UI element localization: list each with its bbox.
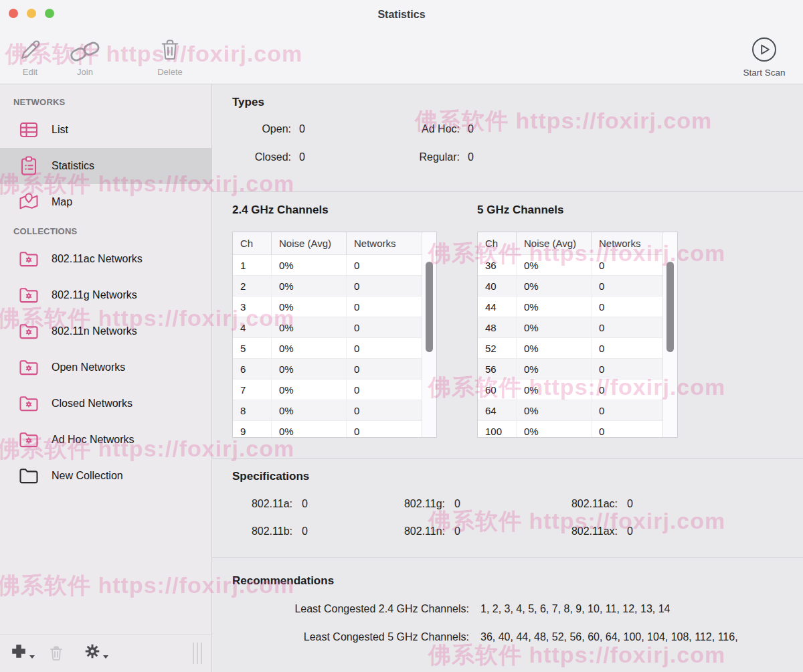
channels-24-column-ch[interactable]: Ch <box>233 232 272 254</box>
channels-24-row: 80%0 <box>233 400 436 421</box>
clipboard-icon <box>17 155 40 177</box>
table-cell: 44 <box>478 297 517 317</box>
smart-folder-icon <box>17 428 40 451</box>
channels-5-header-row: ChNoise (Avg)Networks <box>478 232 677 255</box>
stat-value: 0 <box>299 123 406 135</box>
table-cell: 64 <box>478 400 517 420</box>
actions-menu-button[interactable] <box>83 642 108 661</box>
sidebar-item-map[interactable]: Map <box>0 184 211 220</box>
start-scan-label: Start Scan <box>743 68 785 78</box>
scrollbar-thumb[interactable] <box>666 262 674 352</box>
channels-5-row: 640%0 <box>478 400 677 421</box>
link-icon <box>69 31 101 63</box>
zoom-window-button[interactable] <box>45 9 54 18</box>
channels-24-row: 70%0 <box>233 380 436 400</box>
sidebar-item-label: Closed Networks <box>52 398 132 410</box>
sidebar-item-closed-networks[interactable]: Closed Networks <box>0 386 211 422</box>
specifications-section: Specifications 802.11a:0802.11g:0802.11a… <box>212 459 803 558</box>
stat-label: 802.11a: <box>232 498 292 510</box>
sidebar-item-list[interactable]: List <box>0 112 211 148</box>
channels-24-row: 30%0 <box>233 297 436 317</box>
recommendation-value: 36, 40, 44, 48, 52, 56, 60, 64, 100, 104… <box>480 631 738 643</box>
sidebar-nav: NETWORKSListStatisticsMapCOLLECTIONS802.… <box>0 84 211 635</box>
channels-24-body: 10%020%030%040%050%060%070%080%090%0 <box>233 255 436 437</box>
table-icon <box>17 118 40 141</box>
sidebar-resize-handle[interactable] <box>193 643 202 664</box>
close-window-button[interactable] <box>9 9 18 18</box>
table-cell: 0% <box>517 255 592 275</box>
smart-folder-icon <box>17 356 40 379</box>
remove-collection-button[interactable] <box>48 644 64 663</box>
stat-value: 0 <box>454 525 555 537</box>
smart-folder-icon <box>17 320 40 343</box>
table-cell: 0% <box>272 317 347 337</box>
table-cell: 0% <box>517 338 592 358</box>
edit-button[interactable]: Edit <box>9 31 51 77</box>
stat-label: 802.11ax: <box>564 525 618 537</box>
scrollbar-thumb[interactable] <box>426 262 433 352</box>
channels-5-block: 5 GHz Channels ChNoise (Avg)Networks360%… <box>477 203 678 438</box>
pencil-icon <box>17 31 43 63</box>
recommendations-title: Recommendations <box>232 574 803 588</box>
stat-label: Regular: <box>414 151 460 163</box>
add-collection-button[interactable] <box>9 642 35 661</box>
sidebar-footer <box>0 635 211 672</box>
sidebar-item-new-collection[interactable]: New Collection <box>0 458 211 494</box>
stat-label: 802.11n: <box>398 525 445 537</box>
delete-button[interactable]: Delete <box>147 31 193 77</box>
stat-value: 0 <box>299 151 406 163</box>
table-cell: 0% <box>272 421 347 437</box>
join-button-label: Join <box>77 67 93 77</box>
recommendation-row: Least Congested 2.4 GHz Channels:1, 2, 3… <box>232 603 803 615</box>
sidebar-item-open-networks[interactable]: Open Networks <box>0 349 211 386</box>
channels-24-header-row: ChNoise (Avg)Networks <box>233 232 436 255</box>
channels-24-scrollbar[interactable] <box>422 232 436 437</box>
start-scan-button[interactable]: Start Scan <box>732 28 796 78</box>
sidebar-item-802-11n-networks[interactable]: 802.11n Networks <box>0 313 211 349</box>
delete-button-label: Delete <box>157 67 183 77</box>
trash-icon <box>159 31 181 63</box>
stat-label: 802.11g: <box>398 498 445 510</box>
table-cell: 0% <box>272 400 347 420</box>
channels-5-row: 360%0 <box>478 255 677 276</box>
smart-folder-icon <box>17 248 40 270</box>
channels-5-row: 560%0 <box>478 359 677 380</box>
chevron-down-icon <box>29 655 35 659</box>
sidebar-item-ad-hoc-networks[interactable]: Ad Hoc Networks <box>0 422 211 458</box>
table-cell: 56 <box>478 359 517 379</box>
table-cell: 0% <box>517 276 592 296</box>
recommendations-section: Recommendations Least Congested 2.4 GHz … <box>212 558 803 643</box>
table-cell: 2 <box>233 276 272 296</box>
table-cell: 3 <box>233 297 272 317</box>
sidebar-item-802-11g-networks[interactable]: 802.11g Networks <box>0 277 211 313</box>
channels-24-column-noise-avg[interactable]: Noise (Avg) <box>272 232 347 254</box>
channels-24-block: 2.4 GHz Channels ChNoise (Avg)Networks10… <box>232 203 437 438</box>
recommendation-label: Least Congested 2.4 GHz Channels: <box>232 603 469 615</box>
main-content: Types Open:0Ad Hoc:0Closed:0Regular:0 2.… <box>212 84 803 672</box>
sidebar-item-802-11ac-networks[interactable]: 802.11ac Networks <box>0 241 211 277</box>
channels-5-column-noise-avg[interactable]: Noise (Avg) <box>517 232 592 254</box>
channels-5-column-ch[interactable]: Ch <box>478 232 517 254</box>
sidebar-item-label: 802.11ac Networks <box>52 253 143 265</box>
sidebar-item-label: New Collection <box>52 470 123 482</box>
channels-5-scrollbar[interactable] <box>662 232 677 437</box>
stat-label: Ad Hoc: <box>414 123 460 135</box>
channels-5-row: 440%0 <box>478 297 677 317</box>
minimize-window-button[interactable] <box>27 9 36 18</box>
join-button[interactable]: Join <box>63 31 107 77</box>
channels-24-row: 60%0 <box>233 359 436 380</box>
sidebar-item-label: Ad Hoc Networks <box>52 434 135 446</box>
stat-value: 0 <box>468 123 528 135</box>
stat-value: 0 <box>302 498 389 510</box>
channels-5-title: 5 GHz Channels <box>477 203 678 217</box>
sidebar-item-statistics[interactable]: Statistics <box>0 148 211 184</box>
stat-value: 0 <box>468 151 528 163</box>
table-cell: 0% <box>272 276 347 296</box>
stat-label: Closed: <box>232 151 291 163</box>
table-cell: 9 <box>233 421 272 437</box>
channels-24-row: 20%0 <box>233 276 436 297</box>
table-cell: 0% <box>272 380 347 400</box>
edit-button-label: Edit <box>23 67 37 77</box>
channels-24-row: 50%0 <box>233 338 436 359</box>
sidebar-item-label: List <box>52 124 68 136</box>
